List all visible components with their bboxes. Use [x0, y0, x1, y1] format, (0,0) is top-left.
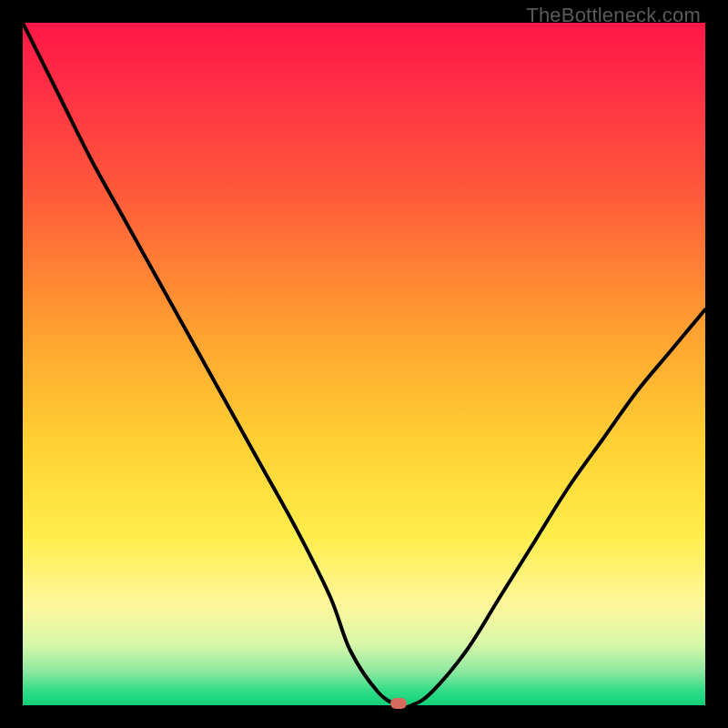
chart-frame: TheBottleneck.com: [0, 0, 728, 728]
optimal-marker: [390, 698, 407, 709]
bottleneck-curve: [23, 23, 705, 705]
plot-area: [23, 23, 705, 705]
